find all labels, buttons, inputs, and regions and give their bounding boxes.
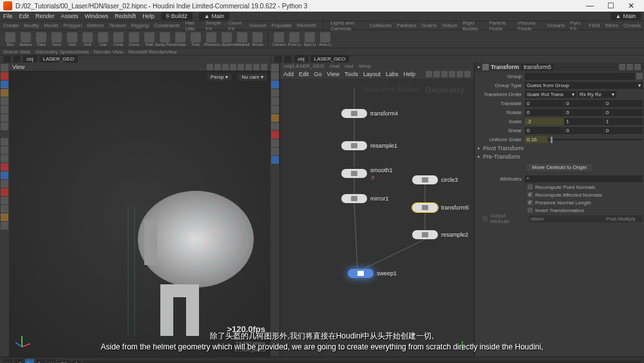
shelf-tab[interactable]: Model: [44, 23, 59, 28]
shelf-tab[interactable]: Grains: [422, 23, 437, 28]
view-opt[interactable]: [238, 64, 244, 70]
chk-preserve-length[interactable]: ✓: [527, 200, 533, 205]
pane-tab[interactable]: Redshift RenderView: [128, 49, 176, 55]
ty-field[interactable]: 0: [564, 100, 603, 107]
shelf-tab[interactable]: Rigging: [131, 23, 149, 28]
tool-d[interactable]: [1, 97, 8, 105]
tool-tube[interactable]: Tube: [34, 32, 48, 46]
network-canvas[interactable]: Education Edition Geometry transform4 r: [280, 79, 474, 357]
uscale-slider[interactable]: [547, 139, 643, 141]
menu-edit[interactable]: Edit: [19, 13, 30, 19]
view-opt[interactable]: [261, 64, 267, 70]
tool-lsystem[interactable]: L-System: [220, 32, 234, 46]
shelf-tab[interactable]: FEM: [589, 23, 600, 28]
shelf-tab[interactable]: Viscous Fluids: [518, 20, 542, 32]
path-geo[interactable]: LASER_GEO: [39, 55, 78, 63]
shelf-tab[interactable]: Vellum: [442, 23, 457, 28]
tool-f[interactable]: [1, 114, 8, 122]
tool-circle[interactable]: Circle: [111, 32, 126, 46]
frame-field[interactable]: 56: [58, 360, 70, 364]
menu-redshift[interactable]: Redshift: [115, 13, 136, 19]
tool-platonic[interactable]: Platonic: [204, 32, 218, 46]
tool-k[interactable]: [1, 163, 8, 171]
tool-light[interactable]: Spot Lt: [303, 32, 317, 46]
shelf-tab[interactable]: Rigid Bodies: [462, 20, 484, 32]
shelf-tab[interactable]: Create: [3, 23, 19, 28]
shx-field[interactable]: 0: [525, 127, 564, 134]
group-picker-icon[interactable]: [636, 73, 643, 79]
shelf-tab[interactable]: Crowds: [623, 23, 641, 28]
tool-q[interactable]: [1, 213, 8, 221]
path-obj[interactable]: obj: [294, 55, 308, 63]
tx-field[interactable]: 0: [525, 100, 564, 107]
shy-field[interactable]: 0: [564, 127, 603, 134]
rx-field[interactable]: 0: [525, 109, 564, 116]
shelf-tab[interactable]: Deform: [87, 23, 104, 28]
disp-opt[interactable]: [271, 156, 279, 164]
tool-i[interactable]: [1, 146, 8, 154]
gear-icon[interactable]: [619, 64, 625, 70]
node-sweep1[interactable]: sweep1: [348, 269, 397, 278]
menu-assets[interactable]: Assets: [61, 13, 79, 19]
shelf-tab[interactable]: Simple FX: [205, 20, 223, 32]
rord-menu[interactable]: Rx Ry Rz▾: [578, 91, 616, 98]
disp-opt[interactable]: [271, 139, 279, 147]
net-opt[interactable]: [457, 71, 463, 77]
menu-file[interactable]: File: [3, 13, 13, 19]
cam-menu[interactable]: No cam ▾: [238, 74, 267, 81]
tool-n[interactable]: [1, 188, 8, 196]
tool-l[interactable]: [1, 172, 8, 179]
rz-field[interactable]: 0: [604, 109, 643, 116]
nav-back[interactable]: [3, 56, 11, 63]
maximize-button[interactable]: ☐: [601, 1, 620, 11]
net-menu-tools[interactable]: Tools: [345, 71, 358, 77]
shelf-tab[interactable]: Cloud FX: [228, 20, 243, 32]
menu-windows[interactable]: Windows: [85, 13, 109, 19]
tool-torus[interactable]: Torus: [50, 32, 64, 46]
disp-opt[interactable]: [271, 81, 279, 88]
path-geo[interactable]: LASER_GEO: [310, 55, 349, 63]
right-context[interactable]: ▲ Main: [611, 12, 641, 20]
net-opt[interactable]: [464, 71, 471, 77]
path-obj[interactable]: obj: [23, 55, 37, 63]
nav-fwd[interactable]: [284, 56, 292, 63]
tool-m[interactable]: [1, 180, 8, 188]
viewport-3d[interactable]: Persp ▾ No cam ▾ >120.0fps: [9, 72, 270, 357]
pane-tab[interactable]: Render View: [94, 49, 124, 55]
net-menu-view[interactable]: View: [327, 71, 339, 77]
tool-line[interactable]: Line: [96, 32, 110, 46]
net-menu-layout[interactable]: Layout: [363, 71, 381, 77]
chk-outattr[interactable]: [482, 216, 488, 221]
net-opt[interactable]: [433, 71, 440, 77]
tool-terrain[interactable]: Terrain: [251, 32, 265, 46]
tool-light[interactable]: Point Lt: [287, 32, 301, 46]
node-circle3[interactable]: circle3: [412, 175, 458, 184]
node-mirror1[interactable]: mirror1: [341, 194, 389, 203]
ry-field[interactable]: 0: [564, 109, 603, 116]
shelf-tab[interactable]: Hair Utils: [185, 20, 200, 32]
context-selector[interactable]: ▲ Main: [199, 12, 229, 20]
tool-e[interactable]: [1, 106, 8, 113]
help-icon[interactable]: [627, 64, 633, 70]
shelf-tab[interactable]: Populate: [271, 23, 292, 28]
centroid-button[interactable]: Move Centroid to Origin: [527, 164, 591, 171]
tool-o[interactable]: [1, 197, 8, 204]
shelf-tab[interactable]: Constraints: [154, 23, 180, 28]
persp-menu[interactable]: Persp ▾: [207, 74, 232, 81]
pane-tab[interactable]: Scene View: [3, 49, 30, 55]
node-transform5[interactable]: transform5: [412, 203, 469, 212]
tool-j[interactable]: [1, 155, 8, 162]
shelf-tab[interactable]: Wires: [605, 23, 618, 28]
tz-field[interactable]: 0: [604, 100, 643, 107]
chk-affected-normals[interactable]: ✓: [527, 192, 533, 197]
view-opt[interactable]: [222, 64, 229, 70]
tool-font[interactable]: Font: [189, 32, 203, 46]
pin-icon[interactable]: [634, 64, 641, 70]
node-smooth1[interactable]: smooth1p: [341, 167, 393, 180]
chk-recompute-normals[interactable]: [527, 184, 533, 190]
shelf-tab[interactable]: Particles: [397, 23, 417, 28]
next-frame-button[interactable]: ▶: [36, 359, 45, 363]
uscale-field[interactable]: 0.16: [525, 136, 547, 143]
tool-sphere[interactable]: Sphere: [19, 32, 33, 46]
view-opt[interactable]: [230, 64, 236, 70]
